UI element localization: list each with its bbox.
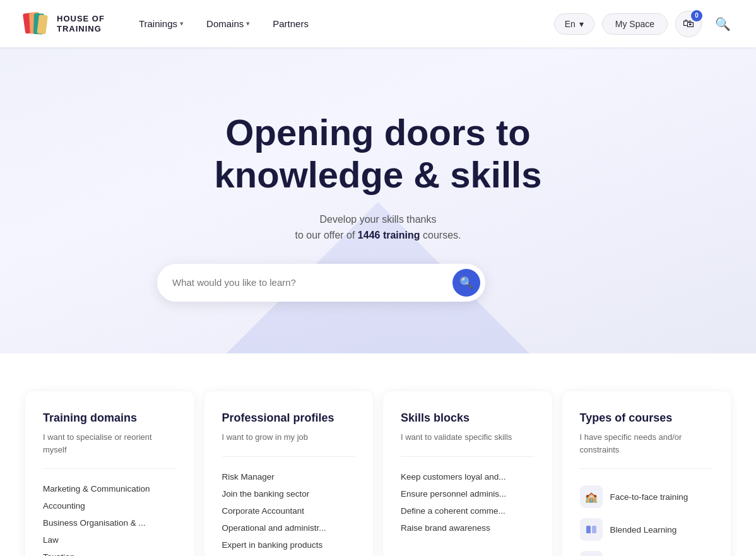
svg-rect-5 [592, 526, 596, 533]
blended-learning-icon [580, 518, 603, 541]
chevron-down-icon: ▾ [579, 19, 584, 29]
card-divider [580, 468, 714, 469]
list-item[interactable]: Raise brand awareness [401, 519, 535, 536]
course-type-face-to-face[interactable]: 🏫 Face-to-face training [580, 480, 714, 513]
distance-learning-icon: 💻 [580, 551, 603, 556]
card-list: Marketing & Communication Accounting Bus… [43, 480, 177, 556]
list-item[interactable]: Keep customers loyal and... [401, 468, 535, 485]
card-title: Skills blocks [401, 411, 535, 425]
card-divider [222, 456, 356, 457]
list-item[interactable]: Quality Security Environm... [222, 553, 356, 557]
svg-rect-4 [586, 526, 591, 533]
nav-links: Trainings ▾ Domains ▾ Partners [130, 13, 554, 34]
list-item[interactable]: Join the banking sector [222, 485, 356, 502]
search-icon: 🔍 [715, 16, 731, 32]
nav-logo[interactable]: HOUSE OF TRAINING [20, 9, 105, 39]
card-subtitle: I want to validate specific skills [401, 431, 535, 444]
search-input[interactable] [172, 277, 452, 288]
nav-right: En ▾ My Space 🛍 0 🔍 [554, 11, 736, 37]
card-title: Types of courses [580, 411, 714, 425]
training-domains-card: Training domains I want to specialise or… [25, 391, 194, 556]
list-item[interactable]: Define a coherent comme... [401, 502, 535, 519]
professional-profiles-card: Professional profiles I want to grow in … [204, 391, 374, 556]
card-subtitle: I want to grow in my job [222, 431, 356, 444]
course-type-label: Blended Learning [610, 525, 677, 535]
list-item[interactable]: Risk Manager [222, 468, 356, 485]
myspace-button[interactable]: My Space [602, 13, 668, 35]
search-submit-button[interactable]: 🔍 [452, 269, 480, 297]
card-subtitle: I have specific needs and/or constraints [580, 431, 714, 456]
list-item[interactable]: Ensure personnel adminis... [401, 485, 535, 502]
list-item[interactable]: Corporate Accountant [222, 502, 356, 519]
lang-label: En [565, 19, 576, 29]
course-type-blended[interactable]: Blended Learning [580, 513, 714, 546]
card-divider [43, 468, 177, 469]
chevron-down-icon: ▾ [180, 20, 184, 28]
cart-button[interactable]: 🛍 0 [675, 11, 702, 37]
chevron-down-icon: ▾ [246, 20, 250, 28]
search-bar: 🔍 [157, 264, 485, 302]
course-type-distance[interactable]: 💻 Distance learning [580, 546, 714, 556]
types-of-courses-card: Types of courses I have specific needs a… [562, 391, 731, 556]
cards-section: Training domains I want to specialise or… [0, 391, 756, 556]
card-divider [401, 456, 535, 457]
list-item[interactable]: Marketing & Communication [43, 480, 177, 497]
card-title: Professional profiles [222, 411, 356, 425]
list-item[interactable]: Business Organisation & ... [43, 514, 177, 531]
cart-badge: 0 [691, 10, 702, 21]
logo-text: HOUSE OF TRAINING [57, 14, 105, 33]
course-types-list: 🏫 Face-to-face training Blended Learning… [580, 480, 714, 556]
list-item[interactable]: Expert in banking products [222, 536, 356, 553]
hero-content: Opening doors to knowledge & skills Deve… [145, 74, 611, 327]
list-item[interactable]: Law [43, 531, 177, 548]
hero-subtitle: Develop your skills thanks to our offer … [157, 211, 599, 244]
list-item[interactable]: Accounting [43, 497, 177, 514]
nav-partners[interactable]: Partners [264, 13, 317, 34]
list-item[interactable]: Taxation [43, 548, 177, 556]
nav-trainings[interactable]: Trainings ▾ [130, 13, 192, 34]
language-selector[interactable]: En ▾ [554, 13, 594, 35]
card-list: Risk Manager Join the banking sector Cor… [222, 468, 356, 557]
nav-domains[interactable]: Domains ▾ [198, 13, 259, 34]
face-to-face-icon: 🏫 [580, 485, 603, 508]
list-item[interactable]: Operational and administr... [222, 519, 356, 536]
card-subtitle: I want to specialise or reorient myself [43, 431, 177, 456]
card-list: Keep customers loyal and... Ensure perso… [401, 468, 535, 536]
card-title: Training domains [43, 411, 177, 425]
hero-title: Opening doors to knowledge & skills [157, 112, 599, 196]
skills-blocks-card: Skills blocks I want to validate specifi… [383, 391, 552, 556]
search-icon: 🔍 [459, 276, 473, 290]
navbar: HOUSE OF TRAINING Trainings ▾ Domains ▾ … [0, 0, 756, 47]
search-button[interactable]: 🔍 [709, 11, 736, 37]
hero-section: Opening doors to knowledge & skills Deve… [0, 0, 756, 353]
course-type-label: Face-to-face training [610, 492, 688, 502]
